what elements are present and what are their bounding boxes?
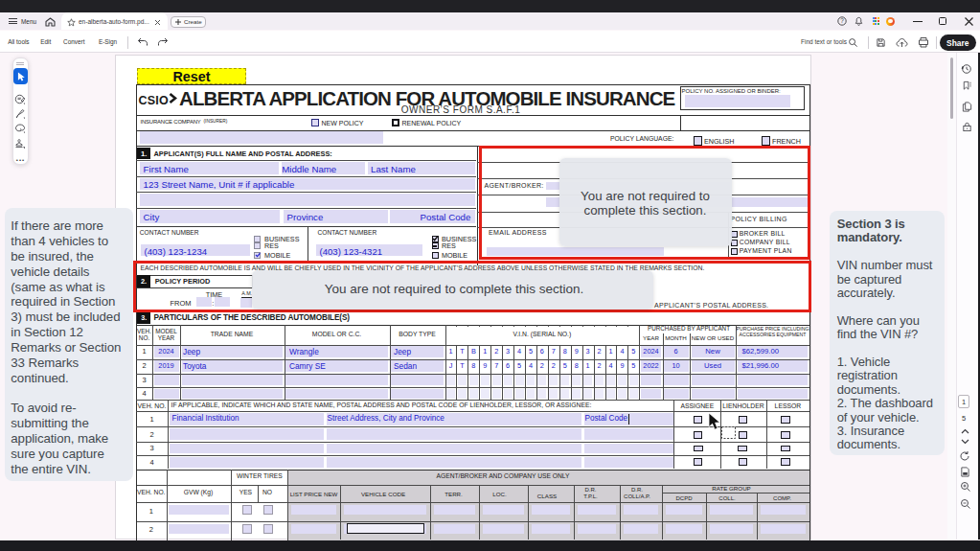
svg-text:?: ? [840,17,844,24]
